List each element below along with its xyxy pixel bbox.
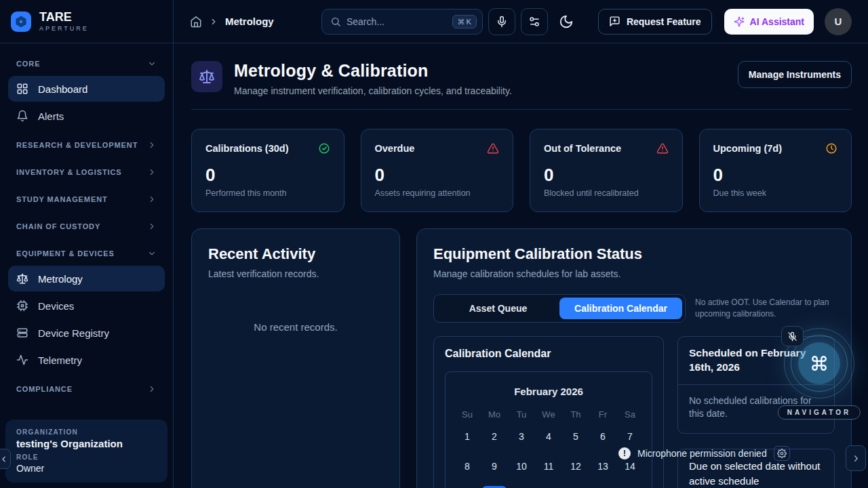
main-column: Metrology Search... K Reques [174, 0, 868, 488]
clock-icon [825, 142, 837, 155]
calendar-day[interactable]: 6 [589, 426, 616, 446]
calendar-day[interactable]: 2 [481, 426, 508, 446]
ai-assistant-button[interactable]: AI Assistant [724, 9, 814, 35]
chevron-right-icon [147, 384, 157, 394]
request-feature-button[interactable]: Request Feature [598, 9, 712, 35]
calendar-day[interactable]: 7 [616, 426, 644, 446]
sidebar-item-dashboard[interactable]: Dashboard [8, 76, 165, 102]
breadcrumb: Metrology [190, 16, 274, 28]
search-icon [330, 16, 341, 27]
sidebar-collapse-button[interactable] [0, 449, 11, 469]
chevron-right-icon [851, 453, 861, 464]
search-input[interactable]: Search... K [321, 9, 483, 35]
calendar-widget: February 2026 Su Mo Tu We Th Fr Sa [445, 371, 652, 488]
home-icon[interactable] [190, 16, 202, 28]
page-title: Metrology & Calibration [234, 61, 512, 81]
calendar-day[interactable]: 12 [562, 456, 589, 476]
navigator-mic-off-button[interactable] [781, 326, 804, 346]
calibration-calendar-card: Calibration Calendar February 2026 Su Mo… [433, 336, 664, 488]
chevron-right-icon [147, 222, 157, 231]
command-icon [458, 18, 465, 25]
sidebar-item-device-registry[interactable]: Device Registry [8, 320, 165, 346]
stat-card-upcoming: Upcoming (7d) 0 Due this week [699, 129, 852, 212]
organization-name: testing's Organization [16, 438, 157, 449]
sidebar-section-inventory[interactable]: INVENTORY & LOGISTICS [8, 161, 165, 183]
page-header: Metrology & Calibration Manage instrumen… [191, 61, 852, 96]
sidebar-item-alerts[interactable]: Alerts [8, 103, 165, 129]
header-divider [191, 109, 852, 110]
moon-icon [559, 14, 574, 29]
calendar-day[interactable]: 8 [454, 456, 481, 476]
sidebar-item-label: Alerts [38, 110, 64, 122]
stat-card-calibrations: Calibrations (30d) 0 Performed this mont… [191, 129, 344, 212]
calendar-day[interactable]: 11 [535, 456, 562, 476]
brand-logo-icon [11, 12, 31, 32]
chevron-left-icon [0, 455, 8, 464]
next-panel-button[interactable] [846, 445, 866, 471]
stat-value: 0 [375, 165, 500, 186]
search-shortcut-badge: K [452, 15, 477, 28]
sidebar-section-research[interactable]: RESEARCH & DEVELOPMENT [8, 134, 165, 156]
calendar-day[interactable]: 4 [535, 426, 562, 446]
server-icon [16, 327, 28, 339]
calendar-day[interactable]: 5 [562, 426, 589, 446]
brand-name: TARE [39, 11, 89, 24]
navigator-label: NAVIGATOR [778, 405, 861, 420]
stat-value: 0 [205, 165, 330, 186]
sidebar-item-label: Device Registry [38, 327, 109, 339]
sidebar-section-compliance[interactable]: COMPLIANCE [8, 378, 165, 400]
scale-icon [16, 272, 28, 285]
tab-calibration-calendar[interactable]: Calibration Calendar [559, 298, 682, 319]
tab-asset-queue[interactable]: Asset Queue [437, 298, 559, 319]
sidebar: TARE APERTURE CORE Dashboard Alerts RESE… [0, 0, 174, 488]
sidebar-item-metrology[interactable]: Metrology [8, 266, 165, 291]
sidebar-item-label: Metrology [38, 273, 83, 285]
preferences-button[interactable] [521, 8, 548, 35]
calendar-day[interactable]: 1 [454, 426, 481, 446]
manage-instruments-button[interactable]: Manage Instruments [738, 61, 852, 88]
sidebar-section-core[interactable]: CORE [8, 53, 165, 75]
stat-description: Blocked until recalibrated [544, 188, 669, 198]
search-placeholder: Search... [347, 16, 447, 27]
stat-value: 0 [544, 165, 669, 186]
microphone-button[interactable] [488, 8, 515, 35]
microphone-icon [496, 16, 508, 28]
organization-card: ORGANIZATION testing's Organization ROLE… [5, 420, 167, 483]
sidebar-item-telemetry[interactable]: Telemetry [8, 347, 165, 373]
sidebar-section-custody[interactable]: CHAIN OF CUSTODY [8, 216, 165, 237]
chevron-right-icon [147, 140, 157, 150]
command-icon [810, 354, 828, 372]
calendar-day[interactable]: 9 [481, 456, 508, 476]
stat-card-out-of-tolerance: Out of Tolerance 0 Blocked until recalib… [530, 129, 683, 212]
role-name: Owner [16, 463, 157, 474]
sidebar-item-devices[interactable]: Devices [8, 293, 165, 319]
calibration-note: No active OOT. Use Calendar to plan upco… [695, 294, 835, 320]
sidebar-item-label: Devices [38, 300, 74, 312]
user-avatar[interactable]: U [825, 8, 852, 35]
toast-settings-button[interactable] [774, 446, 790, 461]
due-without-schedule-card: Due on selected date without active sche… [677, 449, 835, 488]
sidebar-section-study[interactable]: STUDY MANAGEMENT [8, 188, 165, 210]
recent-activity-empty-state: No recent records. [208, 321, 383, 333]
equipment-title: Equipment Calibration Status [433, 245, 835, 263]
calendar-day[interactable]: 3 [508, 426, 535, 446]
message-square-plus-icon [609, 16, 620, 27]
calendar-day[interactable]: 13 [589, 456, 616, 476]
calendar-weekday-row: Su Mo Tu We Th Fr Sa [454, 409, 644, 420]
role-label: ROLE [16, 453, 157, 461]
sidebar-section-equipment[interactable]: EQUIPMENT & DEVICES [8, 243, 165, 264]
sidebar-nav: CORE Dashboard Alerts RESEARCH & DEVELOP… [0, 43, 173, 413]
calendar-month-label: February 2026 [454, 386, 644, 397]
calendar-day[interactable]: 14 [616, 456, 644, 476]
navigator-button[interactable] [798, 342, 840, 384]
breadcrumb-current: Metrology [225, 16, 274, 27]
bell-icon [16, 110, 28, 122]
theme-toggle-button[interactable] [559, 14, 574, 29]
brand-tagline: APERTURE [39, 25, 89, 32]
chevron-right-icon [147, 167, 157, 177]
chevron-down-icon [147, 249, 157, 258]
calendar-day[interactable]: 10 [508, 456, 535, 476]
mic-off-icon [787, 331, 797, 342]
page-subtitle: Manage instrument verification, calibrat… [234, 85, 512, 96]
sidebar-item-label: Telemetry [38, 354, 82, 366]
